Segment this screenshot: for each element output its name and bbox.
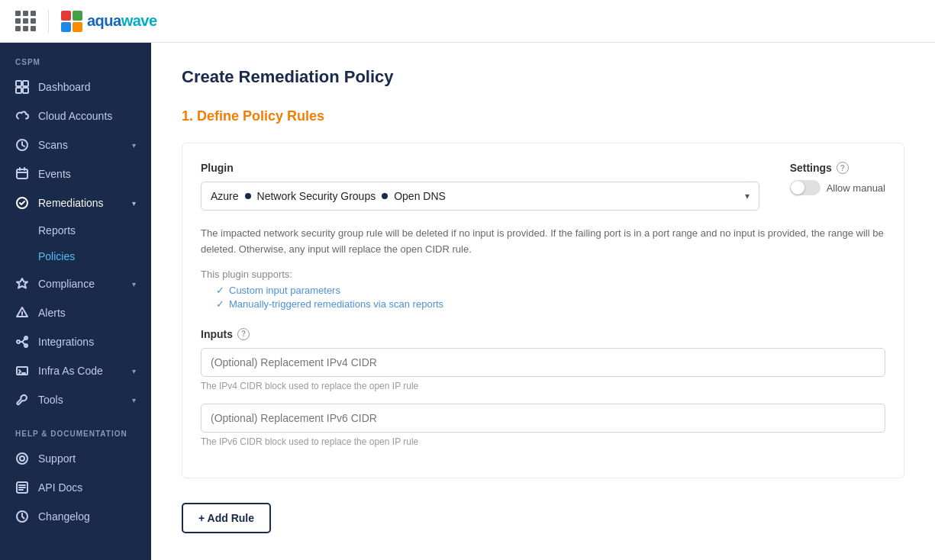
svg-rect-5 <box>23 81 28 86</box>
logo: aquawave <box>61 11 157 32</box>
sidebar-item-events-label: Events <box>38 168 71 180</box>
add-rule-button[interactable]: + Add Rule <box>182 503 271 533</box>
integrations-icon <box>15 335 29 349</box>
logo-icon <box>61 11 82 32</box>
support-icon <box>15 452 29 465</box>
plugin-dot1 <box>245 193 251 199</box>
sidebar-item-changelog[interactable]: Changelog <box>0 502 151 531</box>
settings-label: Settings ? <box>790 162 849 174</box>
plugin-settings-row: Plugin Azure Network Security Groups Ope… <box>201 162 885 211</box>
grid-menu-icon[interactable] <box>15 11 36 31</box>
sidebar: CSPM Dashboard Cloud Accounts Scans ▾ <box>0 43 151 560</box>
inputs-section: Inputs ? The IPv4 CIDR block used to rep… <box>201 328 885 447</box>
plugin-nsg-text: Network Security Groups <box>257 190 376 202</box>
scans-chevron: ▾ <box>132 141 136 150</box>
scan-icon <box>15 138 29 152</box>
svg-rect-6 <box>16 88 21 93</box>
sidebar-item-events[interactable]: Events <box>0 159 151 188</box>
sidebar-item-alerts-label: Alerts <box>38 307 66 319</box>
svg-rect-2 <box>61 22 71 32</box>
sidebar-item-scans[interactable]: Scans ▾ <box>0 130 151 159</box>
sidebar-item-scans-label: Scans <box>38 139 68 151</box>
infra-icon <box>15 364 29 378</box>
section1-title: 1. Define Policy Rules <box>182 108 904 124</box>
alerts-icon <box>15 306 29 320</box>
sidebar-section-help: HELP & DOCUMENTATION <box>0 414 151 444</box>
ipv4-cidr-input[interactable] <box>201 348 885 377</box>
settings-help-icon[interactable]: ? <box>837 162 849 174</box>
changelog-icon <box>15 510 29 523</box>
sidebar-sub-item-policies[interactable]: Policies <box>0 243 151 269</box>
svg-rect-3 <box>73 22 82 32</box>
svg-point-16 <box>20 456 24 461</box>
sidebar-item-infra-as-code[interactable]: Infra As Code ▾ <box>0 356 151 385</box>
allow-manual-toggle[interactable]: ✕ <box>790 180 821 195</box>
plugin-field: Plugin Azure Network Security Groups Ope… <box>201 162 759 211</box>
sidebar-item-compliance[interactable]: Compliance ▾ <box>0 269 151 298</box>
svg-rect-1 <box>73 11 82 21</box>
events-icon <box>15 167 29 181</box>
plugin-azure-text: Azure <box>211 190 239 202</box>
sidebar-item-changelog-label: Changelog <box>38 510 90 523</box>
sidebar-section-cspm: CSPM <box>0 43 151 72</box>
sidebar-sub-item-reports[interactable]: Reports <box>0 217 151 243</box>
remediations-icon <box>15 196 29 210</box>
svg-rect-7 <box>23 88 28 93</box>
sidebar-item-tools-label: Tools <box>38 394 63 406</box>
sidebar-item-api-docs-label: API Docs <box>38 481 82 494</box>
plugin-support-item-2: Manually-triggered remediations via scan… <box>216 298 885 310</box>
sidebar-item-dashboard-label: Dashboard <box>38 81 91 93</box>
svg-rect-0 <box>61 11 71 21</box>
sidebar-item-alerts[interactable]: Alerts <box>0 298 151 327</box>
sidebar-item-integrations-label: Integrations <box>38 336 94 348</box>
toggle-knob <box>791 181 804 195</box>
sidebar-item-cloud-accounts[interactable]: Cloud Accounts <box>0 101 151 130</box>
sidebar-item-remediations-label: Remediations <box>38 197 104 209</box>
compliance-icon <box>15 277 29 291</box>
sidebar-item-dashboard[interactable]: Dashboard <box>0 72 151 101</box>
plugin-chevron-down: ▾ <box>745 191 750 201</box>
sidebar-item-remediations[interactable]: Remediations ▾ <box>0 188 151 217</box>
ipv4-help-text: The IPv4 CIDR block used to replace the … <box>201 381 885 391</box>
page-title: Create Remediation Policy <box>182 67 904 87</box>
tools-chevron: ▾ <box>132 396 136 404</box>
plugin-label: Plugin <box>201 162 759 174</box>
logo-text: aquawave <box>87 12 157 30</box>
sidebar-sub-policies-label: Policies <box>38 250 75 262</box>
allow-manual-label: Allow manual <box>827 182 885 194</box>
plugin-supports-label: This plugin supports: <box>201 269 885 280</box>
sidebar-item-support[interactable]: Support <box>0 444 151 473</box>
ipv6-cidr-input[interactable] <box>201 404 885 433</box>
plugin-support-item-1: Custom input parameters <box>216 285 885 296</box>
sidebar-item-tools[interactable]: Tools ▾ <box>0 385 151 414</box>
ipv6-help-text: The IPv6 CIDR block used to replace the … <box>201 436 885 447</box>
plugin-select[interactable]: Azure Network Security Groups Open DNS ▾ <box>201 182 759 211</box>
sidebar-sub-reports-label: Reports <box>38 224 76 237</box>
inputs-label: Inputs ? <box>201 328 885 340</box>
plugin-dns-text: Open DNS <box>394 190 446 202</box>
dashboard-icon <box>15 80 29 94</box>
api-icon <box>15 481 29 494</box>
sidebar-item-cloud-accounts-label: Cloud Accounts <box>38 110 112 122</box>
sidebar-item-support-label: Support <box>38 452 76 465</box>
settings-field: Settings ? ✕ Allow manual <box>790 162 885 195</box>
main-layout: CSPM Dashboard Cloud Accounts Scans ▾ <box>0 43 935 560</box>
inputs-help-icon[interactable]: ? <box>237 328 250 340</box>
svg-rect-4 <box>16 81 21 86</box>
sidebar-item-api-docs[interactable]: API Docs <box>0 473 151 502</box>
infra-chevron: ▾ <box>132 367 136 375</box>
cloud-icon <box>15 109 29 123</box>
svg-rect-9 <box>17 169 27 179</box>
tools-icon <box>15 393 29 407</box>
rule-card: Plugin Azure Network Security Groups Ope… <box>182 143 904 478</box>
topbar: aquawave <box>0 0 935 43</box>
remediations-chevron: ▾ <box>132 199 136 208</box>
sidebar-item-integrations[interactable]: Integrations <box>0 327 151 356</box>
plugin-dot2 <box>382 193 388 199</box>
topbar-divider <box>48 10 49 33</box>
compliance-chevron: ▾ <box>132 280 136 288</box>
allow-manual-wrap: ✕ Allow manual <box>790 180 885 195</box>
svg-point-15 <box>17 453 27 464</box>
sidebar-item-compliance-label: Compliance <box>38 278 95 290</box>
sidebar-item-infra-label: Infra As Code <box>38 365 103 377</box>
